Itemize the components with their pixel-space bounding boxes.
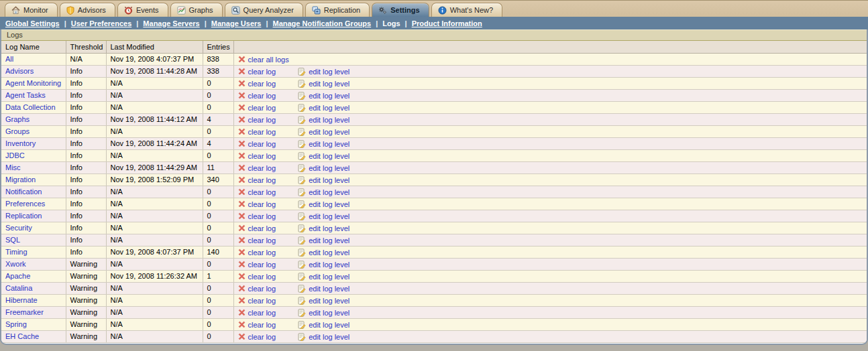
clear-log-action[interactable]: clear log [238,188,276,196]
tab-advisors[interactable]: Advisors [60,3,115,17]
edit-log-level-action[interactable]: edit log level [298,176,349,184]
edit-log-level-link[interactable]: edit log level [309,333,349,341]
edit-log-level-action[interactable]: edit log level [298,261,349,269]
log-name-link[interactable]: Graphs [5,115,30,123]
log-name-link[interactable]: SQL [5,236,20,244]
clear-log-action[interactable]: clear log [238,321,276,329]
log-name-link[interactable]: JDBC [5,151,25,159]
clear-log-link[interactable]: clear log [248,200,276,208]
clear-log-link[interactable]: clear log [248,188,276,196]
edit-log-level-link[interactable]: edit log level [309,200,349,208]
edit-log-level-action[interactable]: edit log level [298,188,349,196]
log-name-link[interactable]: Timing [5,248,28,256]
edit-log-level-link[interactable]: edit log level [309,249,349,257]
clear-log-action[interactable]: clear log [238,164,276,172]
edit-log-level-action[interactable]: edit log level [298,140,349,148]
log-name-link[interactable]: Preferences [5,200,45,208]
clear-log-action[interactable]: clear log [238,116,276,124]
edit-log-level-link[interactable]: edit log level [309,297,349,305]
log-name-link[interactable]: Apache [5,272,30,280]
clear-log-link[interactable]: clear log [248,273,276,281]
edit-log-level-link[interactable]: edit log level [309,261,349,269]
clear-log-action[interactable]: clear log [238,297,276,305]
edit-log-level-action[interactable]: edit log level [298,92,349,100]
edit-log-level-action[interactable]: edit log level [298,285,349,293]
clear-log-action[interactable]: clear log [238,333,276,341]
clear-log-link[interactable]: clear log [248,164,276,172]
log-name-link[interactable]: Inventory [5,139,36,147]
edit-log-level-link[interactable]: edit log level [309,285,349,293]
log-name-link[interactable]: Security [5,224,32,232]
edit-log-level-link[interactable]: edit log level [309,273,349,281]
log-name-link[interactable]: Replication [5,212,42,220]
log-name-link[interactable]: All [5,55,13,63]
edit-log-level-link[interactable]: edit log level [309,321,349,329]
clear-log-link[interactable]: clear log [248,212,276,220]
clear-log-action[interactable]: clear log [238,104,276,112]
log-name-link[interactable]: Agent Tasks [5,91,46,99]
edit-log-level-action[interactable]: edit log level [298,152,349,160]
clear-log-action[interactable]: clear log [238,224,276,232]
log-name-link[interactable]: Catalina [5,284,32,292]
edit-log-level-link[interactable]: edit log level [309,140,349,148]
clear-log-action[interactable]: clear log [238,80,276,88]
nav-manage-notification-groups[interactable]: Manage Notification Groups [273,19,372,27]
log-name-link[interactable]: Migration [5,176,36,184]
log-name-link[interactable]: Agent Monitoring [5,79,61,87]
clear-log-action[interactable]: clear log [238,200,276,208]
clear-log-link[interactable]: clear log [248,140,276,148]
tab-monitor[interactable]: Monitor [5,3,58,17]
edit-log-level-action[interactable]: edit log level [298,164,349,172]
edit-log-level-action[interactable]: edit log level [298,104,349,112]
edit-log-level-action[interactable]: edit log level [298,200,349,208]
clear-log-action[interactable]: clear log [238,273,276,281]
clear-log-action[interactable]: clear log [238,261,276,269]
log-name-link[interactable]: Advisors [5,67,34,75]
nav-global-settings[interactable]: Global Settings [5,19,60,27]
edit-log-level-action[interactable]: edit log level [298,212,349,220]
clear-log-link[interactable]: clear log [248,176,276,184]
log-name-link[interactable]: Data Collection [5,103,56,111]
nav-product-information[interactable]: Product Information [412,19,482,27]
edit-log-level-action[interactable]: edit log level [298,116,349,124]
log-name-link[interactable]: Misc [5,163,21,171]
clear-log-action[interactable]: clear log [238,309,276,317]
clear-log-link[interactable]: clear log [248,321,276,329]
edit-log-level-link[interactable]: edit log level [309,104,349,112]
edit-log-level-link[interactable]: edit log level [309,188,349,196]
clear-log-link[interactable]: clear log [248,309,276,317]
edit-log-level-action[interactable]: edit log level [298,249,349,257]
tab-replication[interactable]: Replication [305,3,370,17]
clear-log-link[interactable]: clear all logs [248,56,289,64]
clear-log-link[interactable]: clear log [248,297,276,305]
edit-log-level-link[interactable]: edit log level [309,68,349,76]
nav-manage-users[interactable]: Manage Users [211,19,262,27]
tab-query-analyzer[interactable]: Query Analyzer [225,3,303,17]
tab-graphs[interactable]: Graphs [170,3,223,17]
nav-user-preferences[interactable]: User Preferences [71,19,132,27]
clear-log-link[interactable]: clear log [248,333,276,341]
log-name-link[interactable]: Groups [5,127,30,135]
edit-log-level-action[interactable]: edit log level [298,236,349,244]
tab-events[interactable]: Events [117,3,168,17]
edit-log-level-action[interactable]: edit log level [298,224,349,232]
clear-log-action[interactable]: clear log [238,68,276,76]
log-name-link[interactable]: Spring [5,320,27,328]
clear-log-link[interactable]: clear log [248,92,276,100]
clear-log-link[interactable]: clear log [248,68,276,76]
clear-log-link[interactable]: clear log [248,236,276,244]
tab-whats-new[interactable]: What's New? [431,3,502,17]
edit-log-level-link[interactable]: edit log level [309,176,349,184]
log-name-link[interactable]: Xwork [5,260,26,268]
edit-log-level-link[interactable]: edit log level [309,116,349,124]
clear-log-action[interactable]: clear log [238,152,276,160]
edit-log-level-action[interactable]: edit log level [298,273,349,281]
clear-log-link[interactable]: clear log [248,261,276,269]
clear-log-action[interactable]: clear log [238,140,276,148]
clear-log-action[interactable]: clear log [238,128,276,136]
clear-log-action[interactable]: clear log [238,285,276,293]
edit-log-level-link[interactable]: edit log level [309,128,349,136]
clear-log-action[interactable]: clear log [238,92,276,100]
clear-log-link[interactable]: clear log [248,249,276,257]
edit-log-level-link[interactable]: edit log level [309,212,349,220]
